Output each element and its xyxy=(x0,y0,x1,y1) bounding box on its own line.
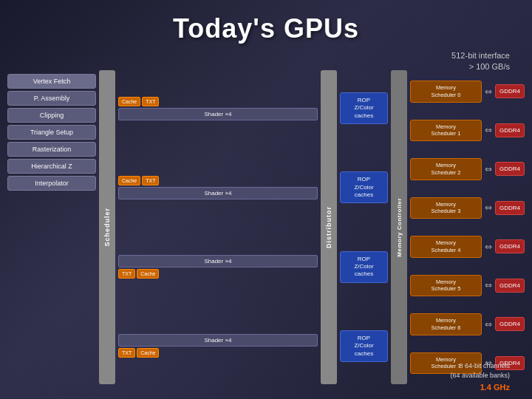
arrow-icon-0: ⇔ xyxy=(485,86,492,97)
shader-group-4: Shader ×4 TXT Cache xyxy=(118,334,318,358)
pipeline-vertex-fetch: Vertex Fetch xyxy=(7,74,96,89)
shader-groups: Cache TXT Shader ×4 Cache TXT Shader ×4 … xyxy=(118,70,318,384)
mem-row-6: MemoryScheduler 6 ⇔ GDDR4 xyxy=(410,313,525,335)
mem-row-3: MemoryScheduler 3 ⇔ GDDR4 xyxy=(410,197,525,219)
cache-box-1: Cache xyxy=(118,97,140,106)
shader-box-3: Shader ×4 xyxy=(118,255,318,267)
mem-row-0: MemoryScheduler 0 ⇔ GDDR4 xyxy=(410,81,525,103)
gddr-5: GDDR4 xyxy=(495,279,525,293)
txt-box-4: TXT xyxy=(118,348,135,358)
pipeline-interpolator: Interpolator xyxy=(7,176,96,191)
channels-label: 8 64-bit channels xyxy=(450,361,510,372)
shader-group-3: Shader ×4 TXT Cache xyxy=(118,255,318,279)
mem-sched-3: MemoryScheduler 3 xyxy=(410,197,482,219)
cache-row-2: Cache TXT xyxy=(118,176,318,185)
subtitle-line1: 512-bit interface xyxy=(451,50,510,61)
cache-box-3: Cache xyxy=(137,269,159,279)
gddr-0: GDDR4 xyxy=(495,84,525,98)
mem-sched-6: MemoryScheduler 6 xyxy=(410,313,482,335)
mem-row-1: MemoryScheduler 1 ⇔ GDDR4 xyxy=(410,120,525,142)
main-area: Vertex Fetch P. Assembly Clipping Triang… xyxy=(7,70,525,384)
gddr-4: GDDR4 xyxy=(495,239,525,253)
arrow-icon-4: ⇔ xyxy=(485,242,492,252)
txt-box-1: TXT xyxy=(142,97,159,106)
cache-box-2: Cache xyxy=(118,176,140,185)
rop-block-1: ROPZ/Colorcaches xyxy=(340,92,388,124)
gddr-3: GDDR4 xyxy=(495,201,525,215)
cache-row-4: TXT Cache xyxy=(118,348,318,358)
mem-row-2: MemoryScheduler 2 ⇔ GDDR4 xyxy=(410,158,525,180)
bottom-info: 8 64-bit channels (64 available banks) 1… xyxy=(450,361,510,394)
shader-box-1: Shader ×4 xyxy=(118,108,318,120)
rop-column: ROPZ/Colorcaches ROPZ/Colorcaches ROPZ/C… xyxy=(340,70,388,384)
pipeline-clipping: Clipping xyxy=(7,108,96,123)
page-container: Today's GPUs 512-bit interface > 100 GB/… xyxy=(0,0,532,399)
memory-right-column: MemoryScheduler 0 ⇔ GDDR4 MemorySchedule… xyxy=(410,70,525,384)
memory-controller-bar: Memory Controller xyxy=(391,70,407,384)
shader-group-1: Cache TXT Shader ×4 xyxy=(118,97,318,120)
cache-row-1: Cache TXT xyxy=(118,97,318,106)
scheduler-label: Scheduler xyxy=(103,208,111,247)
pipeline-triangle-setup: Triangle Setup xyxy=(7,125,96,140)
mem-sched-4: MemoryScheduler 4 xyxy=(410,236,482,258)
distributor-bar: Distributor xyxy=(321,70,337,384)
mem-row-5: MemoryScheduler 5 ⇔ GDDR4 xyxy=(410,275,525,297)
mem-sched-1: MemoryScheduler 1 xyxy=(410,120,482,142)
pipeline-rasterization: Rasterization xyxy=(7,142,96,157)
arrow-icon-2: ⇔ xyxy=(485,164,492,174)
rop-block-3: ROPZ/Colorcaches xyxy=(340,251,388,283)
cache-box-4: Cache xyxy=(137,348,159,358)
scheduler-bar: Scheduler xyxy=(99,70,115,384)
gddr-6: GDDR4 xyxy=(495,317,525,331)
arrow-icon-3: ⇔ xyxy=(485,202,492,213)
pipeline-assembly: P. Assembly xyxy=(7,91,96,106)
gddr-1: GDDR4 xyxy=(495,123,525,137)
arrow-icon-1: ⇔ xyxy=(485,125,492,135)
banks-label: (64 available banks) xyxy=(450,371,510,381)
txt-box-3: TXT xyxy=(118,269,135,279)
frequency-label: 1.4 GHz xyxy=(450,381,510,394)
shader-box-4: Shader ×4 xyxy=(118,334,318,347)
mem-row-4: MemoryScheduler 4 ⇔ GDDR4 xyxy=(410,236,525,258)
pipeline-column: Vertex Fetch P. Assembly Clipping Triang… xyxy=(7,70,96,384)
arrow-icon-6: ⇔ xyxy=(485,319,492,330)
mem-sched-0: MemoryScheduler 0 xyxy=(410,81,482,103)
arrow-icon-5: ⇔ xyxy=(485,280,492,290)
distributor-label: Distributor xyxy=(325,206,332,248)
page-title: Today's GPUs xyxy=(0,0,532,44)
mem-sched-2: MemoryScheduler 2 xyxy=(410,158,482,180)
pipeline-hierarchical-z: Hierarchical Z xyxy=(7,159,96,174)
txt-box-2: TXT xyxy=(142,176,159,185)
memory-controller-label: Memory Controller xyxy=(396,198,403,257)
shader-box-2: Shader ×4 xyxy=(118,187,318,200)
rop-block-2: ROPZ/Colorcaches xyxy=(340,171,388,203)
cache-row-3: TXT Cache xyxy=(118,269,318,279)
shader-group-2: Cache TXT Shader ×4 xyxy=(118,176,318,200)
rop-block-4: ROPZ/Colorcaches xyxy=(340,330,388,362)
mem-sched-5: MemoryScheduler 5 xyxy=(410,275,482,297)
gddr-2: GDDR4 xyxy=(495,162,525,176)
